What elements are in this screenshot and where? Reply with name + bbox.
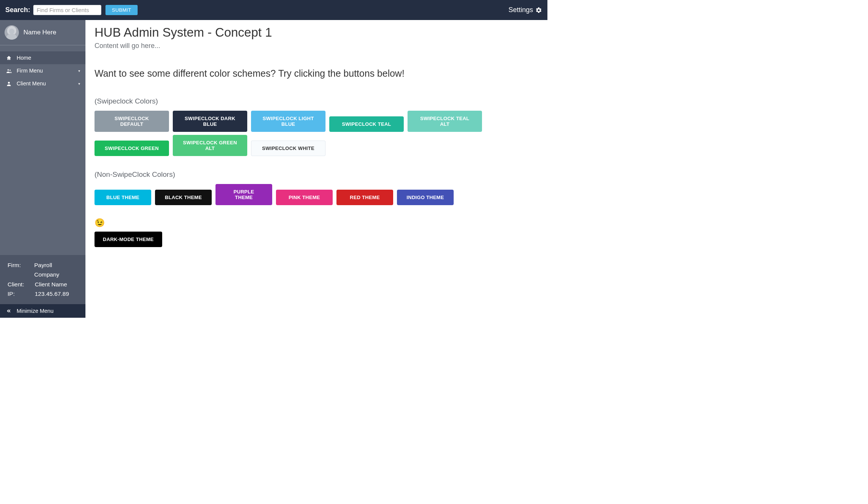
topbar-right: Settings (508, 6, 542, 14)
submit-button[interactable]: SUBMIT (105, 5, 138, 15)
gear-icon[interactable] (535, 7, 542, 14)
settings-link[interactable]: Settings (508, 6, 533, 14)
info-firm-row: Firm: Payroll Company (8, 260, 78, 280)
swipeclock-green-button[interactable]: SWIPECLOCK GREEN (95, 141, 169, 156)
swipeclock-teal-button[interactable]: SWIPECLOCK TEAL (329, 116, 404, 132)
home-icon (6, 55, 12, 61)
wink-emoji: 😉 (95, 218, 538, 228)
swipeclock-default-button[interactable]: SWIPECLOCK DEFAULT (95, 111, 169, 132)
sidebar: Name Here HomeFirm Menu▾Client Menu▾ Fir… (0, 20, 85, 318)
group2-buttons: BLUE THEMEBLACK THEMEPURPLE THEMEPINK TH… (95, 182, 538, 207)
svg-point-0 (8, 69, 9, 71)
group1-buttons: SWIPECLOCK DEFAULTSWIPECLOCK DARK BLUESW… (95, 109, 538, 158)
dark-mode-theme-button[interactable]: DARK-MODE THEME (95, 232, 162, 247)
nav-item-home[interactable]: Home (0, 51, 85, 64)
page-subtitle: Content will go here... (95, 42, 538, 50)
indigo-theme-button[interactable]: INDIGO THEME (397, 190, 454, 205)
info-firm-value: Payroll Company (34, 260, 78, 280)
nav-item-label: Home (17, 55, 31, 61)
group1-label: (Swipeclock Colors) (95, 97, 538, 105)
pink-theme-button[interactable]: PINK THEME (276, 190, 333, 205)
avatar (5, 25, 19, 40)
info-client-label: Client: (8, 280, 35, 289)
swipeclock-green-alt-button[interactable]: SWIPECLOCK GREEN ALT (173, 135, 247, 156)
user-icon (6, 81, 12, 87)
minimize-menu-label: Minimize Menu (17, 308, 54, 314)
chevron-down-icon: ▾ (78, 82, 80, 86)
users-icon (6, 68, 12, 74)
minimize-menu[interactable]: Minimize Menu (0, 304, 85, 318)
topbar: Search: SUBMIT Settings (0, 0, 547, 20)
double-chevron-left-icon (6, 308, 11, 314)
nav-item-label: Firm Menu (17, 68, 43, 74)
nav-item-client-menu[interactable]: Client Menu▾ (0, 77, 85, 90)
page-title: HUB Admin System - Concept 1 (95, 25, 538, 40)
red-theme-button[interactable]: RED THEME (336, 190, 393, 205)
nav-item-label: Client Menu (17, 80, 46, 87)
info-client-row: Client: Client Name (8, 280, 78, 289)
user-block: Name Here (0, 20, 85, 45)
info-ip-label: IP: (8, 289, 35, 299)
info-client-value: Client Name (35, 280, 67, 289)
purple-theme-button[interactable]: PURPLE THEME (215, 184, 272, 205)
nav: HomeFirm Menu▾Client Menu▾ (0, 51, 85, 90)
swipeclock-white-button[interactable]: SWIPECLOCK WHITE (251, 141, 326, 156)
user-name: Name Here (23, 29, 56, 36)
sidebar-info: Firm: Payroll Company Client: Client Nam… (0, 255, 85, 304)
schemes-prompt: Want to see some different color schemes… (95, 68, 538, 79)
nav-item-firm-menu[interactable]: Firm Menu▾ (0, 64, 85, 77)
svg-point-2 (8, 82, 10, 83)
info-ip-row: IP: 123.45.67.89 (8, 289, 78, 299)
search-label: Search: (5, 6, 30, 14)
swipeclock-dark-blue-button[interactable]: SWIPECLOCK DARK BLUE (173, 111, 247, 132)
group2-label: (Non-SwipeClock Colors) (95, 170, 538, 179)
chevron-down-icon: ▾ (78, 69, 80, 73)
main: HUB Admin System - Concept 1 Content wil… (85, 20, 547, 318)
topbar-left: Search: SUBMIT (5, 5, 138, 15)
svg-point-1 (9, 70, 11, 71)
black-theme-button[interactable]: BLACK THEME (155, 190, 212, 205)
sidebar-divider (0, 45, 85, 45)
swipeclock-teal-alt-button[interactable]: SWIPECLOCK TEAL ALT (408, 111, 482, 132)
search-input[interactable] (33, 5, 101, 15)
info-firm-label: Firm: (8, 260, 34, 280)
swipeclock-light-blue-button[interactable]: SWIPECLOCK LIGHT BLUE (251, 111, 326, 132)
blue-theme-button[interactable]: BLUE THEME (95, 190, 151, 205)
info-ip-value: 123.45.67.89 (35, 289, 69, 299)
